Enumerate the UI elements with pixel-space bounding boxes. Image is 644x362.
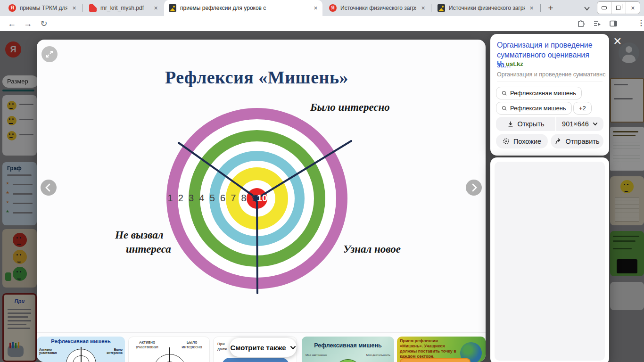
reload-button[interactable]: ↻ — [38, 18, 50, 30]
bg-card-right-4 — [610, 231, 644, 276]
new-tab-button[interactable]: + — [545, 2, 556, 14]
image-favicon — [438, 4, 445, 12]
filter-underline — [2, 90, 34, 91]
related-chip-label: Рефлексия мишень — [510, 105, 566, 112]
window-controls: × — [597, 1, 640, 14]
site-name-link[interactable]: ust.kz — [506, 60, 523, 67]
next-image-button[interactable] — [466, 180, 482, 196]
figure-title: Рефлексия «Мишень» — [165, 67, 348, 88]
related-chip-label: Рефлексивная мишень — [510, 90, 576, 97]
yandex-logo: Я — [5, 41, 21, 58]
tab-title: Источники физического загрязн — [340, 5, 416, 11]
tab-2[interactable]: mr_krit_mysh.pdf × — [84, 0, 163, 16]
search-icon — [502, 90, 507, 96]
bg-card-traffic-smileys — [2, 229, 37, 288]
tab-close-icon[interactable]: × — [528, 4, 536, 12]
extensions-puzzle-icon[interactable] — [577, 19, 586, 30]
tab-4[interactable]: Я Источники физического загрязн × — [324, 0, 430, 16]
tab-title: Источники физического загрязн — [449, 5, 525, 11]
thumbnail-strip-divider — [37, 332, 486, 333]
label-left-line1: Не вызвал — [115, 229, 163, 241]
image-info-card: Организация и проведение суммативного оц… — [490, 34, 609, 156]
tab-divider — [431, 4, 431, 12]
bg-card-right-1 — [610, 78, 644, 123]
related-images-card — [490, 157, 609, 362]
open-resolution-group: Открыть 901×646 — [496, 117, 603, 131]
thumbnail-4[interactable]: Рефлексивная мишень Моё настроение Моя д… — [302, 337, 394, 362]
related-images-placeholder — [495, 162, 605, 361]
yandex-favicon: Я — [329, 4, 337, 12]
page-content: Я Размер Граф * * * * — [0, 31, 644, 362]
search-icon — [502, 106, 507, 111]
thumbnail-5[interactable]: Прием рефлексии «Мишень». Учащиеся должн… — [397, 337, 486, 362]
see-also-label: Смотрите также — [230, 344, 286, 352]
forward-button[interactable]: → — [22, 18, 34, 30]
bg-card-graph: Граф * * * * — [2, 162, 37, 225]
bg-card-right-2 — [610, 127, 644, 171]
tab-bar: Я приемы ТРКМ для уроков физик × mr_krit… — [0, 0, 644, 16]
expand-button[interactable] — [41, 46, 58, 62]
bg-card-right-3 — [610, 176, 644, 225]
expand-icon — [45, 50, 54, 58]
browser-window: Я приемы ТРКМ для уроков физик × mr_krit… — [0, 0, 644, 362]
see-also-button[interactable]: Смотрите также — [230, 338, 297, 357]
tab-divider — [540, 4, 541, 12]
thumbnail-2[interactable]: Активно участвовал Было интересно — [128, 337, 210, 362]
chevron-left-icon — [43, 182, 54, 193]
thumbnail-blue-button — [222, 358, 289, 362]
send-icon — [555, 138, 562, 145]
resolution-button[interactable]: 901×646 — [556, 117, 603, 131]
open-button-label: Открыть — [518, 120, 545, 128]
minimize-button[interactable] — [597, 2, 611, 14]
pencils-image — [8, 346, 24, 357]
tab-divider — [83, 4, 83, 12]
restore-icon — [616, 6, 620, 10]
side-panel-icon[interactable] — [609, 19, 618, 30]
resolution-label: 901×646 — [562, 120, 589, 128]
send-button[interactable]: Отправить — [551, 134, 603, 148]
image-description: Организация и проведение суммативного о.… — [497, 71, 605, 78]
orange-box — [400, 358, 471, 362]
open-button[interactable]: Открыть — [496, 117, 555, 131]
restore-button[interactable] — [611, 2, 625, 14]
prev-image-button[interactable] — [41, 180, 57, 196]
thumbnail-1[interactable]: Рефлексивная мишень Активно участвовал Б… — [37, 337, 125, 362]
related-chip-1[interactable]: Рефлексивная мишень — [496, 87, 582, 99]
ring-number-center: 10 — [255, 193, 269, 204]
pdf-favicon — [89, 4, 97, 12]
chevron-down-icon — [593, 122, 598, 126]
mini-target — [334, 359, 362, 362]
image-viewer-panel: Рефлексия «Мишень» Было интересно Узнал … — [37, 40, 486, 362]
tab-close-icon[interactable]: × — [419, 4, 427, 12]
tab-5[interactable]: Источники физического загрязн × — [433, 0, 538, 16]
tab-3-active[interactable]: приемы рефлексии для уроков с × — [164, 0, 322, 16]
size-filter-chip: Размер — [2, 75, 38, 88]
more-related-chip[interactable]: +2 — [573, 102, 592, 115]
browser-toolbar: ← → ↻ yandex.kz/images/search?from=tabba… — [0, 16, 644, 31]
window-close-button[interactable]: × — [626, 2, 640, 14]
background-user-avatar — [619, 42, 639, 63]
tab-close-icon[interactable]: × — [152, 4, 160, 12]
download-icon — [507, 121, 514, 127]
bg-card-reception: При — [2, 293, 37, 362]
tab-title: приемы ТРКМ для уроков физик — [20, 5, 67, 11]
similar-icon — [503, 138, 510, 145]
media-controls-icon[interactable] — [593, 19, 602, 30]
tab-search-chevron-icon[interactable] — [584, 5, 590, 13]
close-viewer-button[interactable]: × — [613, 34, 622, 48]
menu-dots-icon[interactable]: ⋮ — [637, 18, 644, 27]
more-chip-label: +2 — [579, 105, 586, 112]
thumb-up — [5, 272, 11, 281]
bg-card-smileys — [2, 95, 37, 156]
tab-title: mr_krit_mysh.pdf — [100, 5, 149, 11]
tab-close-icon[interactable]: × — [312, 4, 320, 12]
tab-1[interactable]: Я приемы ТРКМ для уроков физик × — [4, 0, 81, 16]
back-button[interactable]: ← — [6, 18, 18, 30]
similar-button[interactable]: Похожие — [496, 134, 548, 148]
chevron-right-icon — [469, 182, 479, 193]
send-button-label: Отправить — [566, 138, 600, 145]
related-chip-2[interactable]: Рефлексия мишень — [496, 102, 572, 115]
similar-button-label: Похожие — [513, 138, 541, 145]
window-close-icon: × — [631, 5, 635, 11]
tab-close-icon[interactable]: × — [70, 4, 78, 12]
